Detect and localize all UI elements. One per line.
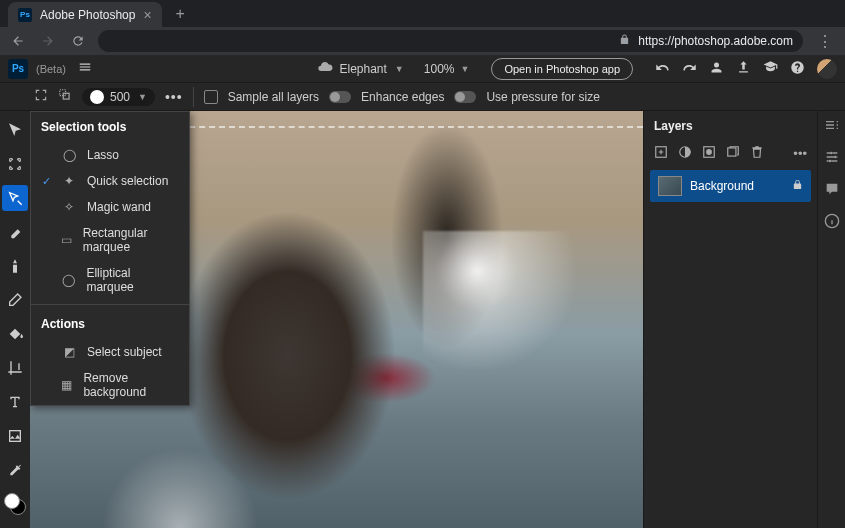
enhance-label: Enhance edges	[361, 90, 444, 104]
subtract-selection-icon[interactable]	[58, 88, 72, 105]
right-rail	[817, 111, 845, 528]
lasso-tool-item[interactable]: ◯Lasso	[31, 142, 189, 168]
info-icon[interactable]	[824, 213, 840, 233]
layers-panel-title: Layers	[644, 111, 817, 141]
open-in-app-button[interactable]: Open in Photoshop app	[491, 58, 633, 80]
learn-icon[interactable]	[763, 60, 778, 78]
eraser-tool[interactable]	[2, 287, 28, 313]
forward-icon[interactable]	[38, 34, 58, 48]
select-subject-icon: ◩	[61, 345, 77, 359]
browser-menu-icon[interactable]: ⋮	[813, 32, 837, 51]
properties-icon[interactable]	[824, 117, 840, 137]
type-tool[interactable]	[2, 389, 28, 415]
sample-all-label: Sample all layers	[228, 90, 319, 104]
brush-tool[interactable]	[2, 219, 28, 245]
wand-icon: ✧	[61, 200, 77, 214]
svg-rect-7	[728, 148, 736, 156]
document-name[interactable]: Elephant	[339, 62, 386, 76]
comments-icon[interactable]	[824, 181, 840, 201]
redo-icon[interactable]	[682, 60, 697, 78]
water-splash-decoration	[70, 416, 290, 528]
chevron-down-icon[interactable]: ▼	[460, 64, 469, 74]
remove-background-action[interactable]: ▦Remove background	[31, 365, 189, 405]
beta-label: (Beta)	[36, 63, 66, 75]
eyedropper-tool[interactable]	[2, 457, 28, 483]
svg-point-10	[828, 160, 831, 163]
quick-selection-tool[interactable]	[2, 185, 28, 211]
user-icon[interactable]	[709, 60, 724, 78]
enhance-edges-toggle[interactable]	[329, 91, 351, 103]
svg-rect-1	[63, 93, 69, 99]
layer-name: Background	[690, 179, 754, 193]
transform-tool[interactable]	[2, 151, 28, 177]
pressure-toggle[interactable]	[454, 91, 476, 103]
avatar[interactable]	[817, 59, 837, 79]
move-tool[interactable]	[2, 117, 28, 143]
clone-tool[interactable]	[2, 253, 28, 279]
hamburger-icon[interactable]	[78, 60, 92, 77]
fill-tool[interactable]	[2, 321, 28, 347]
svg-point-9	[834, 156, 837, 159]
tab-title: Adobe Photoshop	[40, 8, 135, 22]
more-options-icon[interactable]: •••	[165, 89, 183, 105]
group-icon[interactable]	[726, 145, 740, 162]
quick-select-icon: ✦	[61, 174, 77, 188]
layer-thumbnail	[658, 176, 682, 196]
svg-rect-2	[10, 431, 21, 442]
url-text: https://photoshop.adobe.com	[638, 34, 793, 48]
mask-icon[interactable]	[702, 145, 716, 162]
layers-panel: Layers ••• Background	[643, 111, 817, 528]
reload-icon[interactable]	[68, 34, 88, 48]
app-logo-icon[interactable]: Ps	[8, 59, 28, 79]
share-icon[interactable]	[736, 60, 751, 78]
check-icon: ✓	[41, 175, 51, 188]
place-tool[interactable]	[2, 423, 28, 449]
brush-size-control[interactable]: 500 ▼	[82, 88, 155, 106]
address-bar[interactable]: https://photoshop.adobe.com	[98, 30, 803, 52]
rect-marquee-item[interactable]: ▭Rectangular marquee	[31, 220, 189, 260]
adjustment-layer-icon[interactable]	[678, 145, 692, 162]
checkbox[interactable]	[204, 90, 218, 104]
cloud-icon	[317, 59, 333, 78]
browser-tab[interactable]: Ps Adobe Photoshop ×	[8, 2, 162, 27]
add-layer-icon[interactable]	[654, 145, 668, 162]
flyout-title: Selection tools	[31, 112, 189, 142]
ellipse-marquee-item[interactable]: ◯Elliptical marquee	[31, 260, 189, 300]
selection-tools-flyout: Selection tools ◯Lasso ✓✦Quick selection…	[30, 111, 190, 406]
add-selection-icon[interactable]	[34, 88, 48, 105]
adjustments-icon[interactable]	[824, 149, 840, 169]
undo-icon[interactable]	[655, 60, 670, 78]
remove-bg-icon: ▦	[60, 378, 74, 392]
brush-size-value: 500	[110, 90, 130, 104]
favicon-icon: Ps	[18, 8, 32, 22]
magic-wand-item[interactable]: ✧Magic wand	[31, 194, 189, 220]
background-layer[interactable]: Background	[650, 170, 811, 202]
select-subject-action[interactable]: ◩Select subject	[31, 339, 189, 365]
water-splash-decoration	[423, 231, 603, 431]
svg-point-6	[706, 149, 712, 155]
swap-colors-icon[interactable]	[2, 523, 28, 528]
close-tab-icon[interactable]: ×	[143, 7, 151, 23]
brush-preview-icon	[90, 90, 104, 104]
tools-panel	[0, 111, 30, 528]
back-icon[interactable]	[8, 34, 28, 48]
color-swatches[interactable]	[4, 493, 26, 515]
lasso-icon: ◯	[61, 148, 77, 162]
lock-icon[interactable]	[792, 179, 803, 193]
delete-layer-icon[interactable]	[750, 145, 764, 162]
lock-icon	[619, 34, 630, 48]
rect-marquee-icon: ▭	[59, 233, 72, 247]
ellipse-marquee-icon: ◯	[61, 273, 77, 287]
panel-menu-icon[interactable]: •••	[793, 146, 807, 161]
chevron-down-icon[interactable]: ▼	[395, 64, 404, 74]
quick-selection-item[interactable]: ✓✦Quick selection	[31, 168, 189, 194]
canvas[interactable]: Selection tools ◯Lasso ✓✦Quick selection…	[30, 111, 643, 528]
new-tab-button[interactable]: +	[172, 1, 189, 27]
help-icon[interactable]	[790, 60, 805, 78]
zoom-level[interactable]: 100%	[424, 62, 455, 76]
chevron-down-icon: ▼	[138, 92, 147, 102]
pressure-label: Use pressure for size	[486, 90, 599, 104]
svg-point-8	[830, 152, 833, 155]
crop-tool[interactable]	[2, 355, 28, 381]
actions-title: Actions	[31, 309, 189, 339]
